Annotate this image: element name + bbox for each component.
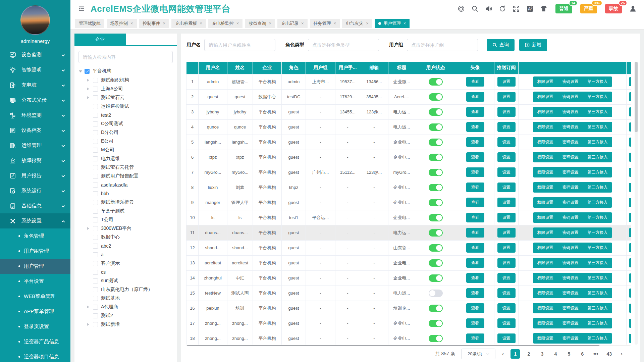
clipped-action-button[interactable] xyxy=(629,122,631,132)
tree-node[interactable]: T公司 xyxy=(87,215,177,224)
password-settings-button[interactable]: 密码设置 xyxy=(558,333,583,344)
prev-page-button[interactable]: ‹ xyxy=(501,351,505,357)
sidebar-submenu-item[interactable]: 角色管理 xyxy=(0,228,70,244)
push-subscribe-button[interactable]: 设置 xyxy=(497,92,516,102)
push-subscribe-button[interactable]: 设置 xyxy=(497,137,516,147)
permission-settings-button[interactable]: 权限设置 xyxy=(533,107,558,117)
checkbox[interactable] xyxy=(93,87,98,92)
permission-settings-button[interactable]: 权限设置 xyxy=(533,303,558,313)
push-subscribe-button[interactable]: 设置 xyxy=(497,318,516,328)
checkbox[interactable] xyxy=(93,156,98,161)
page-tab[interactable]: 电气火灾 × xyxy=(342,19,372,28)
page-number[interactable]: 43 xyxy=(604,349,614,359)
password-settings-button[interactable]: 密码设置 xyxy=(558,288,583,298)
tree-node[interactable]: 电力运维 xyxy=(87,154,177,163)
collapse-sidebar-icon[interactable] xyxy=(78,5,85,12)
permission-settings-button[interactable]: 权限设置 xyxy=(533,137,558,147)
push-subscribe-button[interactable]: 设置 xyxy=(497,228,516,238)
username-filter-input[interactable] xyxy=(204,39,275,51)
sidebar-submenu-item[interactable]: 平台设置 xyxy=(0,274,70,289)
view-avatar-button[interactable]: 查看 xyxy=(466,77,484,87)
theme-icon[interactable] xyxy=(540,5,547,12)
checkbox[interactable] xyxy=(93,261,98,266)
third-party-access-button[interactable]: 第三方接入 xyxy=(583,182,612,193)
checkbox[interactable] xyxy=(93,174,98,179)
permission-settings-button[interactable]: 权限设置 xyxy=(533,152,558,162)
password-settings-button[interactable]: 密码设置 xyxy=(558,303,583,313)
checkbox[interactable] xyxy=(93,235,98,240)
vertical-scrollbar[interactable] xyxy=(635,62,638,345)
aim-icon[interactable] xyxy=(458,5,465,12)
checkbox[interactable] xyxy=(93,78,98,83)
clipped-action-button[interactable] xyxy=(629,304,631,313)
password-settings-button[interactable]: 密码设置 xyxy=(558,212,583,223)
sidebar-submenu-item[interactable]: 用户组管理 xyxy=(0,244,70,259)
close-tab-icon[interactable]: × xyxy=(269,21,271,25)
password-settings-button[interactable]: 密码设置 xyxy=(558,197,583,208)
checkbox[interactable] xyxy=(93,200,98,205)
password-settings-button[interactable]: 密码设置 xyxy=(558,258,583,268)
view-avatar-button[interactable]: 查看 xyxy=(466,213,484,222)
password-settings-button[interactable]: 密码设置 xyxy=(558,273,583,283)
tree-node[interactable]: sun测试 xyxy=(87,276,177,285)
third-party-access-button[interactable]: 第三方接入 xyxy=(583,137,612,147)
user-status-toggle[interactable] xyxy=(429,320,443,327)
close-tab-icon[interactable]: × xyxy=(236,21,239,25)
search-button[interactable]: 查询 xyxy=(487,39,515,51)
third-party-access-button[interactable]: 第三方接入 xyxy=(583,197,612,208)
checkbox[interactable] xyxy=(93,252,98,257)
user-status-toggle[interactable] xyxy=(429,244,443,252)
view-avatar-button[interactable]: 查看 xyxy=(466,167,484,177)
password-settings-button[interactable]: 密码设置 xyxy=(558,227,583,238)
push-subscribe-button[interactable]: 设置 xyxy=(497,183,516,192)
close-tab-icon[interactable]: × xyxy=(334,21,336,25)
tree-node[interactable]: test2 xyxy=(87,111,177,119)
user-status-toggle[interactable] xyxy=(429,290,443,297)
view-avatar-button[interactable]: 查看 xyxy=(466,303,484,313)
checkbox[interactable] xyxy=(93,305,98,310)
checkbox[interactable] xyxy=(93,270,98,275)
page-tab[interactable]: 控制事件 × xyxy=(139,19,169,28)
password-settings-button[interactable]: 密码设置 xyxy=(558,243,583,253)
checkbox[interactable] xyxy=(93,191,98,196)
sidebar-menu-item[interactable]: 智能照明 xyxy=(0,62,70,77)
user-status-toggle[interactable] xyxy=(429,78,443,86)
view-avatar-button[interactable]: 查看 xyxy=(466,273,484,283)
user-status-toggle[interactable] xyxy=(429,154,443,161)
sidebar-submenu-item[interactable]: 逆变器产品信息 xyxy=(0,334,70,349)
tree-node[interactable]: cs xyxy=(87,268,177,276)
push-subscribe-button[interactable]: 设置 xyxy=(497,213,516,222)
page-tab[interactable]: 任务管理 × xyxy=(310,19,340,28)
clipped-action-button[interactable] xyxy=(629,153,631,162)
clipped-action-button[interactable] xyxy=(629,289,631,298)
tree-node[interactable]: 测试新增乐橙云 xyxy=(87,198,177,207)
tree-node[interactable]: 客户演示 xyxy=(87,259,177,268)
page-tab[interactable]: 场景控制 × xyxy=(107,19,137,28)
clipped-action-button[interactable] xyxy=(629,168,631,177)
view-avatar-button[interactable]: 查看 xyxy=(466,198,484,207)
clipped-action-button[interactable] xyxy=(629,228,631,237)
clipped-action-button[interactable] xyxy=(629,107,631,116)
checkbox[interactable] xyxy=(93,217,98,222)
checkbox[interactable] xyxy=(93,113,98,118)
tree-node[interactable]: 上海A公司 xyxy=(87,85,177,93)
user-status-toggle[interactable] xyxy=(429,199,443,206)
user-status-toggle[interactable] xyxy=(429,184,443,191)
tree-node[interactable]: 测试萤石云托管 xyxy=(87,163,177,172)
clipped-action-button[interactable] xyxy=(629,138,631,147)
checkbox[interactable] xyxy=(93,121,98,126)
sidebar-menu-item[interactable]: 运维管理 xyxy=(0,138,70,153)
user-status-toggle[interactable] xyxy=(429,335,443,342)
checkbox[interactable] xyxy=(93,322,98,327)
permission-settings-button[interactable]: 权限设置 xyxy=(533,258,558,268)
push-subscribe-button[interactable]: 设置 xyxy=(497,273,516,283)
page-number[interactable]: 5 xyxy=(564,349,574,359)
user-status-toggle[interactable] xyxy=(429,259,443,267)
page-number[interactable]: 2 xyxy=(524,349,533,359)
third-party-access-button[interactable]: 第三方接入 xyxy=(583,333,612,344)
tree-node[interactable]: 车盒子测试 xyxy=(87,207,177,215)
alarm-badge[interactable]: 严重 99+ xyxy=(580,4,597,13)
close-tab-icon[interactable]: × xyxy=(130,21,133,25)
clipped-action-button[interactable] xyxy=(629,273,631,282)
password-settings-button[interactable]: 密码设置 xyxy=(558,76,583,87)
